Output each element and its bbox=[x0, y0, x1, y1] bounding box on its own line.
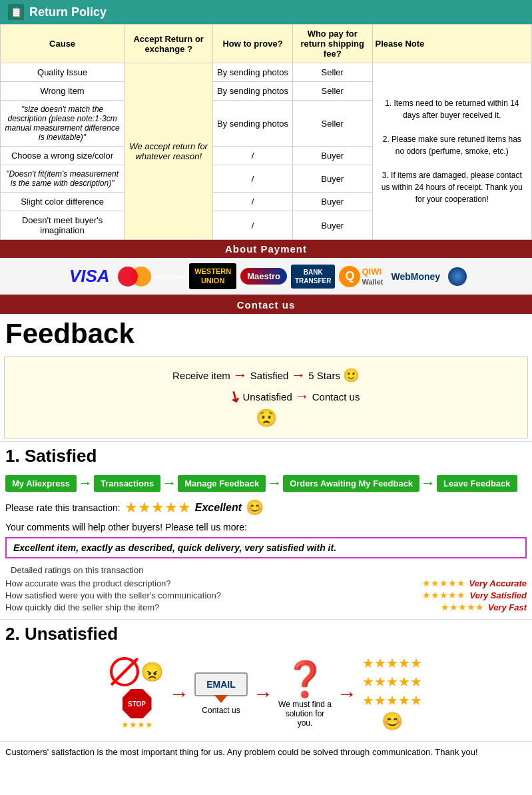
webmoney-globe-icon bbox=[448, 267, 467, 286]
how-cell: By sending photos bbox=[213, 101, 293, 147]
col-cause: Cause bbox=[1, 25, 125, 63]
receive-item-label: Receive item bbox=[172, 370, 230, 381]
email-flow-item: EMAIL Contact us bbox=[194, 672, 248, 715]
mastercard-logo: MasterCard bbox=[118, 267, 186, 287]
cause-cell: "size doesn't match the description (ple… bbox=[1, 101, 125, 147]
arrow-right-icon3: → bbox=[295, 388, 310, 405]
table-row: Quality Issue We accept return for whate… bbox=[1, 63, 532, 82]
no-icon bbox=[110, 657, 139, 686]
contact-title: Contact us bbox=[237, 299, 296, 311]
rate-value: Excellent bbox=[195, 502, 242, 514]
cause-cell: Quality Issue bbox=[1, 63, 125, 82]
rating-stars-3: ★★★★★ bbox=[441, 602, 484, 612]
frown-emoji: 😟 bbox=[18, 408, 514, 428]
rating-row-1: How accurate was the product description… bbox=[5, 578, 527, 588]
rating-stars-2: ★★★★★ bbox=[422, 590, 465, 600]
flow-arrow-2: → bbox=[253, 682, 273, 705]
how-cell: / bbox=[213, 147, 293, 165]
ratings-table: Detailed ratings on this transaction How… bbox=[0, 561, 532, 616]
arrow-right-icon: → bbox=[233, 367, 248, 384]
stars-smile-flow-item: ★★★★★ ★★★★★ ★★★★★ 😊 bbox=[362, 655, 422, 732]
happy-emoji: 😊 bbox=[246, 499, 264, 516]
cause-cell: Slight color difference bbox=[1, 193, 125, 211]
how-cell: / bbox=[213, 211, 293, 240]
webmoney-logo: WebMoney bbox=[387, 269, 444, 285]
rating-value-2: Very Satisfied bbox=[469, 590, 527, 600]
return-policy-title: Return Policy bbox=[29, 5, 107, 19]
nav-arrow-2: → bbox=[162, 474, 176, 492]
payment-header: About Payment bbox=[0, 240, 532, 258]
visa-logo: VISA bbox=[65, 263, 114, 289]
satisfied-section-title: 1. Satisfied bbox=[0, 441, 532, 470]
accept-cell: We accept return for whatever reason! bbox=[125, 63, 213, 240]
flow-arrow-1: → bbox=[169, 682, 189, 705]
cause-cell: Doesn't meet buyer's imagination bbox=[1, 211, 125, 240]
no-stop-flow-item: 😠 STOP ★★★★ bbox=[110, 657, 164, 730]
nav-flow: My Aliexpress → Transactions → Manage Fe… bbox=[0, 470, 532, 496]
return-policy-header: 📋 Return Policy bbox=[0, 0, 532, 24]
comment-prompt: Your comments will help other buyers! Pl… bbox=[0, 520, 532, 534]
gold-stars-row3: ★★★★★ bbox=[362, 692, 422, 708]
stop-sign: STOP bbox=[123, 689, 152, 718]
nav-arrow-4: → bbox=[421, 474, 435, 492]
contact-us-text: Contact us bbox=[202, 706, 240, 715]
rating-row-3: How quickly did the seller ship the item… bbox=[5, 602, 527, 612]
rating-label-2: How satisfied were you with the seller's… bbox=[5, 590, 221, 600]
nav-my-aliexpress[interactable]: My Aliexpress bbox=[5, 475, 77, 492]
rating-label-1: How accurate was the product description… bbox=[5, 578, 171, 588]
nav-orders-awaiting[interactable]: Orders Awaiting My Feedback bbox=[283, 475, 419, 492]
col-how: How to prove? bbox=[213, 25, 293, 63]
how-cell: / bbox=[213, 165, 293, 193]
detail-header: Detailed ratings on this transaction bbox=[5, 564, 527, 576]
who-cell: Buyer bbox=[292, 165, 372, 193]
unsatisfied-flow: 😠 STOP ★★★★ → EMAIL Contact us → ❓ We mu… bbox=[0, 648, 532, 738]
who-cell: Buyer bbox=[292, 193, 372, 211]
how-cell: By sending photos bbox=[213, 82, 293, 101]
rating-label-3: How quickly did the seller ship the item… bbox=[5, 602, 159, 612]
cause-cell: Wrong item bbox=[1, 82, 125, 101]
unsatisfied-flow-row: ↘ Unsatisfied → Contact us bbox=[18, 388, 514, 405]
policy-icon: 📋 bbox=[8, 4, 24, 20]
rate-stars: ★★★★★ bbox=[125, 499, 191, 516]
rating-row-2: How satisfied were you with the seller's… bbox=[5, 590, 527, 600]
payment-title: About Payment bbox=[225, 243, 307, 255]
email-icon: EMAIL bbox=[194, 672, 248, 696]
contact-us-label: Contact us bbox=[312, 391, 360, 402]
satisfied-label: Satisfied bbox=[250, 370, 289, 381]
who-cell: Buyer bbox=[292, 211, 372, 240]
arrow-right-icon2: → bbox=[291, 367, 306, 384]
rating-value-3: Very Fast bbox=[488, 602, 527, 612]
how-cell: / bbox=[213, 193, 293, 211]
western-union-logo: WESTERNUNION bbox=[189, 263, 236, 289]
nav-arrow-1: → bbox=[78, 474, 93, 492]
question-person-icon: ❓ bbox=[284, 659, 327, 700]
rating-value-1: Very Accurate bbox=[469, 578, 527, 588]
contact-header: Contact us bbox=[0, 296, 532, 314]
arrow-down-right-icon: ↘ bbox=[224, 386, 244, 407]
gold-stars-icon: ★★★★★ bbox=[362, 655, 422, 671]
solution-text: We must find a solution for you. bbox=[278, 700, 332, 728]
five-stars-label: 5 Stars bbox=[308, 370, 340, 381]
happy-face-emoji: 😊 bbox=[382, 711, 403, 732]
col-whopay: Who pay for return shipping fee? bbox=[292, 25, 372, 63]
bank-transfer-logo: BANKTRANSFER bbox=[291, 265, 335, 289]
cause-cell: "Doesn't fit(item's measurement is the s… bbox=[1, 165, 125, 193]
col-accept: Accept Return or exchange ? bbox=[125, 25, 213, 63]
nav-leave-feedback[interactable]: Leave Feedback bbox=[437, 475, 517, 492]
note-cell: 1. Items need to be returned within 14 d… bbox=[372, 63, 531, 240]
unsatisfied-section-title: 2. Unsatisfied bbox=[0, 619, 532, 648]
smile-emoji: 🙂 bbox=[343, 367, 360, 383]
low-stars: ★★★★ bbox=[121, 720, 153, 730]
rate-line: Please rate this transaction: ★★★★★ Exce… bbox=[0, 496, 532, 520]
how-cell: By sending photos bbox=[213, 63, 293, 82]
unsatisfied-label: Unsatisfied bbox=[243, 391, 292, 402]
payment-logos: VISA MasterCard WESTERNUNION Maestro BAN… bbox=[0, 258, 532, 296]
satisfaction-text: Customers' satisfaction is the most impo… bbox=[0, 741, 532, 764]
feedback-title: Feedback bbox=[0, 314, 532, 354]
nav-manage-feedback[interactable]: Manage Feedback bbox=[178, 475, 266, 492]
angry-emoji: 😠 bbox=[140, 661, 164, 683]
nav-transactions[interactable]: Transactions bbox=[94, 475, 160, 492]
who-cell: Seller bbox=[292, 63, 372, 82]
feedback-flow-row: Receive item → Satisfied → 5 Stars 🙂 bbox=[18, 367, 514, 384]
who-cell: Buyer bbox=[292, 147, 372, 165]
